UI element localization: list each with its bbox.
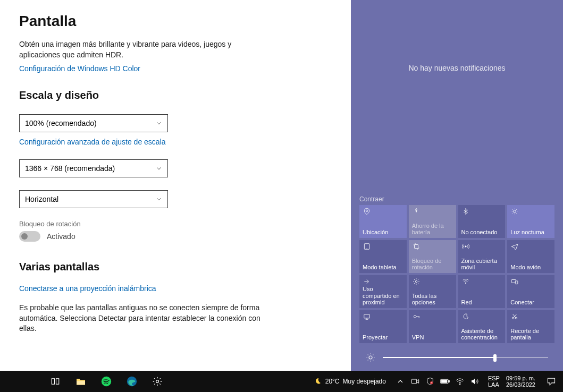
edge-button[interactable] <box>119 371 145 392</box>
airplane-icon <box>510 242 519 251</box>
brightness-slider[interactable] <box>383 357 548 358</box>
tile-label: Uso compartido en proximid <box>363 286 404 306</box>
old-displays-description: Es probable que las pantallas antiguas n… <box>19 303 264 334</box>
weather-condition: Muy despejado <box>343 378 386 385</box>
tile-label: Modo tableta <box>363 264 404 271</box>
orientation-dropdown-value: Horizontal <box>25 195 58 203</box>
quick-action-tile-airplane[interactable]: Modo avión <box>507 240 554 273</box>
share-icon <box>363 277 371 286</box>
svg-point-13 <box>369 356 372 359</box>
security-icon[interactable] <box>425 377 435 386</box>
tile-label: Ubicación <box>363 229 404 236</box>
svg-rect-23 <box>449 381 450 382</box>
action-center-button[interactable] <box>540 371 563 392</box>
quick-action-tile-hotspot[interactable]: Zona cubierta móvil <box>458 240 506 273</box>
taskbar-pinned-apps <box>0 371 170 392</box>
svg-point-4 <box>465 246 466 247</box>
no-notifications-message: No hay nuevas notificaciones <box>408 64 505 72</box>
svg-rect-15 <box>56 379 59 385</box>
tray-overflow-button[interactable] <box>396 377 405 386</box>
svg-rect-3 <box>414 245 418 249</box>
collapse-button[interactable]: Contraer <box>351 192 563 205</box>
spotify-button[interactable] <box>94 371 119 392</box>
hdr-description: Obtén una imagen más brillante y vibrant… <box>19 39 242 60</box>
quick-action-tile-focus[interactable]: Asistente de concentración <box>458 310 506 343</box>
resolution-dropdown[interactable]: 1366 × 768 (recomendada) <box>19 159 168 177</box>
svg-point-19 <box>156 380 159 383</box>
quick-action-tile-share[interactable]: Uso compartido en proximid <box>359 275 407 308</box>
tile-label: Bloqueo de rotación <box>412 258 453 271</box>
notification-area: No hay nuevas notificaciones <box>351 0 563 192</box>
language-indicator[interactable]: ESP LAA <box>488 375 500 388</box>
wifi-icon[interactable] <box>455 377 465 386</box>
lang-line1: ESP <box>488 375 500 381</box>
rotation-lock-state: Activado <box>47 232 75 241</box>
advanced-scaling-link[interactable]: Configuración avanzada de ajuste de esca… <box>19 138 166 146</box>
chevron-down-icon <box>156 196 162 202</box>
page-title: Pantalla <box>19 13 351 30</box>
toggle-thumb <box>21 233 28 240</box>
tile-label: Modo avión <box>510 264 551 271</box>
system-tray <box>391 377 484 386</box>
svg-rect-9 <box>364 314 370 318</box>
quick-action-tile-tablet[interactable]: Modo tableta <box>359 240 407 273</box>
svg-rect-24 <box>441 380 447 383</box>
scale-dropdown[interactable]: 100% (recomendado) <box>19 114 168 132</box>
tile-label: Red <box>461 299 502 306</box>
location-icon <box>363 207 371 216</box>
quick-action-tile-vpn[interactable]: VPN <box>409 310 456 343</box>
svg-rect-14 <box>52 379 54 385</box>
rotation-lock-label: Bloqueo de rotación <box>19 220 351 228</box>
slider-thumb <box>493 354 497 362</box>
quick-action-tile-gear[interactable]: Todas las opciones <box>409 275 456 308</box>
hdr-color-link[interactable]: Configuración de Windows HD Color <box>19 64 140 73</box>
weather-widget[interactable]: 20°C Muy despejado <box>307 377 391 386</box>
quick-action-tile-location[interactable]: Ubicación <box>359 205 407 238</box>
svg-rect-8 <box>515 281 518 284</box>
brightness-control <box>351 346 563 371</box>
lang-line2: LAA <box>488 381 500 388</box>
tile-label: Todas las opciones <box>412 293 453 306</box>
weather-temp: 20°C <box>325 378 340 385</box>
quick-action-tile-snip[interactable]: Recorte de pantalla <box>507 310 554 343</box>
meet-now-icon[interactable] <box>410 377 420 386</box>
settings-button[interactable] <box>145 371 170 392</box>
vpn-icon <box>412 312 421 321</box>
battery-icon <box>412 207 421 216</box>
toggle-track <box>19 231 40 242</box>
connect-icon <box>510 277 519 286</box>
battery-icon[interactable] <box>440 377 450 386</box>
wireless-projection-link[interactable]: Conectarse a una proyección inalámbrica <box>19 284 156 293</box>
scale-dropdown-value: 100% (recomendado) <box>25 119 97 127</box>
night-icon <box>510 207 519 216</box>
quick-action-tile-wifi[interactable]: Red <box>458 275 506 308</box>
quick-action-tile-project[interactable]: Proyectar <box>359 310 407 343</box>
focus-icon <box>461 312 470 321</box>
quick-action-tile-night[interactable]: Luz nocturna <box>507 205 554 238</box>
tile-label: Proyectar <box>363 334 404 341</box>
clock[interactable]: 09:59 p. m. 26/03/2022 <box>506 375 535 388</box>
svg-point-25 <box>459 384 460 385</box>
quick-action-tile-connect[interactable]: Conectar <box>507 275 554 308</box>
rotation-lock-toggle[interactable]: Activado <box>19 231 351 242</box>
volume-icon[interactable] <box>470 377 480 386</box>
tile-label: Ahorro de la batería <box>412 223 453 236</box>
quick-action-tile-battery[interactable]: Ahorro de la batería <box>409 205 456 238</box>
clock-time: 09:59 p. m. <box>506 375 535 381</box>
quick-action-tile-rotation[interactable]: Bloqueo de rotación <box>409 240 456 273</box>
task-view-button[interactable] <box>43 371 68 392</box>
hotspot-icon <box>461 242 470 251</box>
tile-label: Luz nocturna <box>510 229 551 236</box>
tile-label: Asistente de concentración <box>461 328 502 341</box>
svg-point-0 <box>366 210 368 212</box>
tile-label: VPN <box>412 334 453 341</box>
clock-date: 26/03/2022 <box>506 381 535 388</box>
language-clock-area: ESP LAA 09:59 p. m. 26/03/2022 <box>484 375 540 388</box>
quick-action-tile-bluetooth[interactable]: No conectado <box>458 205 506 238</box>
orientation-dropdown[interactable]: Horizontal <box>19 190 168 208</box>
file-explorer-button[interactable] <box>68 371 94 392</box>
svg-rect-20 <box>411 379 416 384</box>
slider-fill <box>383 357 495 358</box>
svg-point-10 <box>414 316 416 318</box>
project-icon <box>363 312 371 321</box>
